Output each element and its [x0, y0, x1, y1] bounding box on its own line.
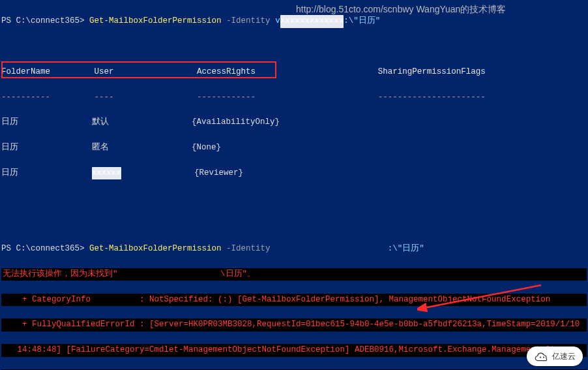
- blank-line: [1, 217, 587, 230]
- command-line: PS C:\connect365> Get-MailboxFolderPermi…: [1, 15, 587, 27]
- powershell-console[interactable]: PS C:\connect365> Get-MailboxFolderPermi…: [0, 0, 588, 370]
- logo-text: 亿速云: [552, 350, 576, 363]
- blank-line: [1, 40, 587, 53]
- table-row: 日历 匿名 {None}: [1, 142, 587, 154]
- error-line: 无法执行该操作，因为未找到" \日历"。: [1, 268, 587, 281]
- cloud-icon: [534, 351, 550, 362]
- arg-value: vxxxxxxxxxxxxx:\"日历": [275, 16, 380, 25]
- table-header: FolderName User AccessRights SharingPerm…: [1, 66, 587, 78]
- param-identity: -Identity: [226, 16, 271, 25]
- svg-point-2: [543, 356, 544, 358]
- cmdlet-name: Get-MailboxFolderPermission: [89, 16, 222, 25]
- table-row: 日历 默认 {AvailabilityOnly}: [1, 116, 587, 129]
- blank-line: [1, 193, 587, 205]
- error-line: + FullyQualifiedErrorId : [Server=HK0PR0…: [1, 318, 587, 331]
- ps-prompt: PS C:\connect365>: [1, 16, 89, 25]
- yisuyun-logo-badge: 亿速云: [527, 347, 583, 366]
- table-row: 日历 xxxxxx {Reviewer}: [1, 167, 587, 179]
- table-sep: ---------- ---- ------------ -----------…: [1, 91, 587, 104]
- command-line: PS C:\connect365> Get-MailboxFolderPermi…: [1, 243, 587, 255]
- error-line: 14:48:48] [FailureCategory=Cmdlet-Manage…: [1, 344, 587, 356]
- svg-point-1: [540, 356, 541, 358]
- error-line: + CategoryInfo : NotSpecified: (:) [Get-…: [1, 294, 587, 306]
